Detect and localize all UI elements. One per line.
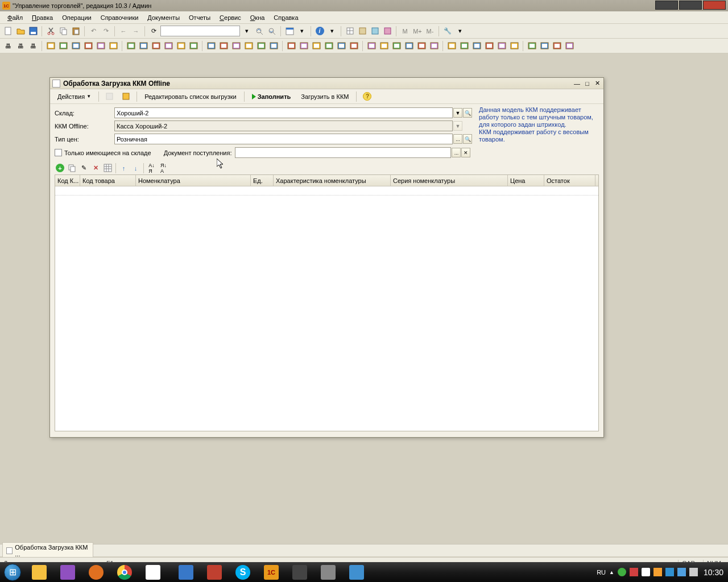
toolbar2-item-27[interactable] (403, 40, 415, 52)
load-button[interactable]: Загрузить в ККМ (297, 92, 353, 102)
grid-column-header[interactable]: Код товара (80, 175, 136, 186)
toolbar2-item-10[interactable] (175, 40, 187, 52)
grid-column-header[interactable]: Цена (508, 175, 544, 186)
task-1c[interactable]: 1C (258, 563, 285, 581)
menu-service[interactable]: Сервис (216, 13, 245, 22)
child-minimize-button[interactable]: — (572, 79, 582, 88)
task-item[interactable] (82, 563, 110, 581)
toolbar2-item-2[interactable] (70, 40, 81, 52)
task-item[interactable] (139, 563, 167, 581)
toolbar2-item-28[interactable] (416, 40, 427, 52)
toolbar2-item-7[interactable] (138, 40, 149, 52)
calendar-icon[interactable] (284, 26, 295, 37)
task-item[interactable] (343, 563, 370, 581)
toolbar2-item-15[interactable] (243, 40, 254, 52)
grid-column-header[interactable]: Остаток (544, 175, 595, 186)
toolbar2-item-14[interactable] (230, 40, 242, 52)
toolbar2-item-1[interactable] (57, 40, 69, 52)
print-icon[interactable]: 🖶 (27, 40, 39, 52)
task-item[interactable] (286, 563, 313, 581)
toolbar2-item-22[interactable] (336, 40, 347, 52)
grid-column-header[interactable]: Серия номенклатуры (391, 175, 508, 186)
toolbar2-item-5[interactable] (107, 40, 119, 52)
toolbar2-item-23[interactable] (348, 40, 359, 52)
info-text-1[interactable]: Данная модель ККМ поддерживает работу то… (479, 106, 593, 128)
dropdown-icon[interactable]: ▾ (454, 26, 466, 37)
toolbar2-item-20[interactable] (311, 40, 322, 52)
warehouse-search-button[interactable]: 🔍 (463, 108, 472, 118)
windowbar-item[interactable]: Обработка Загрузка ККМ ... (2, 542, 93, 559)
toolbar2-item-24[interactable] (366, 40, 377, 52)
grid-new-row[interactable] (55, 186, 598, 196)
task-chrome[interactable] (111, 563, 138, 581)
toolbar2-item-16[interactable] (255, 40, 267, 52)
toolbar2-item-36[interactable] (526, 40, 537, 52)
child-maximize-button[interactable]: □ (582, 79, 592, 88)
toolbar2-item-21[interactable] (323, 40, 334, 52)
task-skype[interactable]: S (229, 563, 257, 581)
tool-icon-2[interactable] (357, 26, 368, 37)
grid-delete-button[interactable]: ✕ (90, 163, 101, 173)
search-combo[interactable] (160, 26, 240, 36)
cut-icon[interactable] (45, 26, 56, 37)
tool-icon-1[interactable] (344, 26, 355, 37)
menu-file[interactable]: Файл (3, 13, 27, 22)
volume-icon[interactable] (642, 568, 650, 576)
clock[interactable]: 10:30 (704, 568, 723, 577)
task-item[interactable] (201, 563, 228, 581)
receipt-doc-select-button[interactable]: ... (452, 148, 461, 157)
toolbar2-item-0[interactable] (45, 40, 56, 52)
receipt-doc-input[interactable] (235, 147, 451, 158)
toolbar2-item-19[interactable] (298, 40, 309, 52)
actions-button[interactable]: Действия▼ (53, 92, 95, 102)
calculator-icon[interactable]: ▾ (296, 26, 308, 37)
toolbar2-item-6[interactable] (125, 40, 136, 52)
grid-table-button[interactable] (102, 163, 113, 173)
toolbar2-item-3[interactable] (82, 40, 94, 52)
task-explorer[interactable] (26, 563, 53, 581)
tool-icon-3[interactable] (369, 26, 380, 37)
toolbar2-item-31[interactable] (458, 40, 470, 52)
toolbar2-item-39[interactable] (564, 40, 575, 52)
only-stock-checkbox[interactable] (55, 149, 62, 156)
child-titlebar[interactable]: Обработка Загрузка ККМ Offline — □ ✕ (50, 78, 603, 89)
tray-icon[interactable] (665, 568, 674, 576)
toolbar2-item-9[interactable] (163, 40, 174, 52)
toolbar2-item-8[interactable] (150, 40, 162, 52)
info-icon[interactable]: i (314, 26, 325, 37)
receipt-doc-clear-button[interactable]: ✕ (461, 148, 470, 157)
toolbar2-item-25[interactable] (378, 40, 390, 52)
fill-button[interactable]: Заполнить (248, 92, 295, 102)
tray-icon[interactable] (677, 568, 686, 576)
grid-body[interactable] (55, 186, 598, 431)
lang-indicator[interactable]: RU (597, 569, 606, 576)
dropdown-icon[interactable]: ▾ (326, 26, 338, 37)
toolbar2-item-12[interactable] (205, 40, 217, 52)
tray-icon[interactable] (618, 568, 626, 576)
find-prev-icon[interactable] (254, 26, 265, 37)
start-button[interactable] (0, 562, 25, 582)
price-input[interactable]: Розничная (114, 134, 453, 144)
new-icon[interactable] (2, 26, 14, 37)
grid-down-button[interactable]: ↓ (130, 163, 141, 173)
info-text-2[interactable]: ККМ поддерживает работу с весовым товаро… (479, 128, 589, 143)
toolbar2-item-13[interactable] (218, 40, 229, 52)
ct-icon-2[interactable] (119, 90, 133, 102)
close-button[interactable] (703, 1, 726, 10)
toolbar2-item-30[interactable] (446, 40, 457, 52)
grid-column-header[interactable]: Характеристика номенклатуры (274, 175, 391, 186)
toolbar2-item-32[interactable] (471, 40, 482, 52)
copy-icon[interactable] (57, 26, 69, 37)
task-item[interactable] (54, 563, 81, 581)
menu-windows[interactable]: Окна (246, 13, 269, 22)
refresh-icon[interactable]: ⟳ (148, 26, 159, 37)
task-item[interactable] (172, 563, 200, 581)
task-item[interactable] (315, 563, 342, 581)
menu-catalogs[interactable]: Справочники (97, 13, 143, 22)
toolbar2-item-33[interactable] (483, 40, 495, 52)
grid-column-header[interactable]: Номенклатура (136, 175, 251, 186)
toolbar2-item-34[interactable] (496, 40, 507, 52)
minimize-button[interactable] (655, 1, 678, 10)
grid-add-button[interactable]: + (55, 163, 65, 173)
toolbar2-item-18[interactable] (286, 40, 297, 52)
